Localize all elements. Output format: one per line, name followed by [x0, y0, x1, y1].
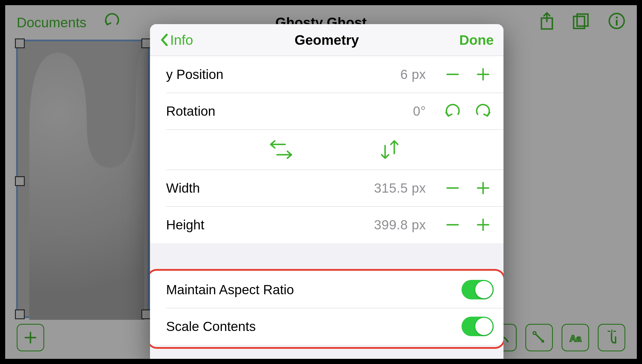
rotation-value: 0° [413, 103, 426, 119]
row-height: Height 399.8 px [150, 206, 503, 243]
flip-vertical-icon [378, 138, 401, 161]
width-value: 315.5 px [374, 180, 426, 196]
maintain-aspect-label: Maintain Aspect Ratio [166, 282, 462, 297]
back-button[interactable]: Info [160, 32, 193, 48]
y-position-increment[interactable] [472, 64, 494, 85]
width-decrement[interactable] [442, 177, 463, 199]
maintain-aspect-toggle[interactable] [462, 280, 494, 299]
rotate-ccw-button[interactable] [442, 100, 463, 122]
popover-title: Geometry [150, 32, 503, 48]
text-tool-button[interactable]: Aa [562, 324, 589, 351]
minus-icon [444, 180, 461, 196]
done-button[interactable]: Done [459, 32, 494, 48]
row-rotation: Rotation 0° [150, 93, 503, 129]
width-increment[interactable] [472, 177, 494, 199]
height-label: Height [166, 217, 374, 233]
touch-tool-button[interactable] [598, 324, 625, 351]
row-maintain-aspect: Maintain Aspect Ratio [150, 271, 503, 308]
height-value: 399.8 px [374, 217, 426, 233]
geometry-inspector-popover: Info Geometry Done y Position 6 px [150, 24, 503, 359]
rotation-label: Rotation [166, 103, 413, 119]
flip-horizontal-button[interactable] [268, 139, 294, 160]
row-width: Width 315.5 px [150, 170, 503, 206]
resize-handle-br[interactable] [141, 309, 151, 319]
rotate-cw-icon [475, 103, 491, 119]
scale-contents-label: Scale Contents [166, 319, 462, 334]
row-flip [150, 129, 503, 170]
line-tool-button[interactable] [525, 324, 553, 351]
row-y-position: y Position 6 px [150, 56, 503, 93]
minus-icon [444, 66, 461, 83]
plus-icon [475, 180, 491, 196]
flip-vertical-button[interactable] [378, 139, 401, 160]
y-position-value: 6 px [400, 67, 426, 82]
height-decrement[interactable] [442, 214, 463, 235]
svg-point-6 [533, 332, 536, 334]
minus-icon [444, 216, 461, 233]
section-gap [150, 243, 503, 271]
popover-header: Info Geometry Done [150, 24, 503, 56]
rotate-cw-button[interactable] [472, 100, 494, 122]
width-label: Width [166, 180, 374, 196]
y-position-decrement[interactable] [442, 64, 463, 85]
plus-icon [475, 66, 491, 83]
svg-text:Aa: Aa [570, 333, 581, 344]
add-tool-button[interactable] [17, 324, 44, 351]
geometry-list-1: y Position 6 px Rotation 0° [150, 56, 503, 243]
chevron-back-icon [160, 33, 169, 47]
resize-handle-bl[interactable] [15, 309, 25, 319]
scale-contents-toggle[interactable] [462, 317, 494, 336]
back-label: Info [170, 32, 193, 48]
plus-icon [475, 216, 491, 233]
row-scale-contents: Scale Contents [150, 308, 503, 345]
resize-handle-ml[interactable] [15, 176, 25, 186]
resize-handle-tr[interactable] [141, 38, 151, 48]
resize-handle-tl[interactable] [15, 38, 25, 48]
y-position-label: y Position [166, 67, 400, 82]
height-increment[interactable] [472, 214, 494, 235]
geometry-list-2: Maintain Aspect Ratio Scale Contents [150, 271, 503, 345]
rotate-ccw-icon [444, 103, 461, 119]
flip-horizontal-icon [268, 139, 294, 160]
